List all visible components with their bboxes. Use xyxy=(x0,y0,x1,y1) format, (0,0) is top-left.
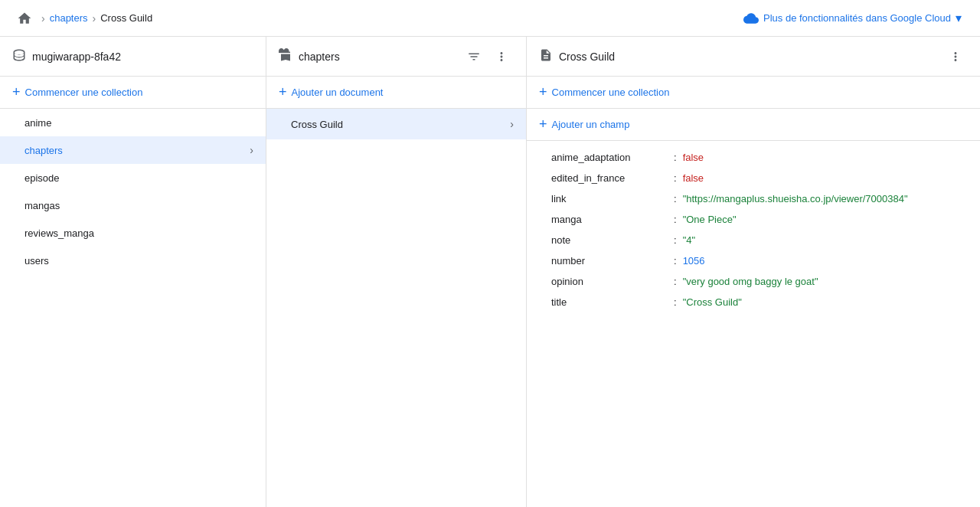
field-key-edited-in-france: edited_in_france xyxy=(551,172,674,184)
field-row-anime-adaptation: anime_adaptation : false xyxy=(527,147,980,168)
field-colon-5: : xyxy=(674,255,677,267)
field-colon-1: : xyxy=(674,172,677,184)
field-row-link: link : "https://mangaplus.shueisha.co.jp… xyxy=(527,188,980,209)
field-row-number: number : 1056 xyxy=(527,250,980,271)
left-panel-title: mugiwarapp-8fa42 xyxy=(32,51,253,63)
sidebar-item-anime[interactable]: anime xyxy=(0,109,266,136)
document-icon xyxy=(539,48,553,65)
field-key-note: note xyxy=(551,234,674,246)
field-value-manga: "One Piece" xyxy=(683,214,737,225)
chevron-down-icon: ▾ xyxy=(956,11,962,25)
field-row-title: title : "Cross Guild" xyxy=(527,292,980,312)
more-options-button[interactable] xyxy=(489,44,514,69)
collection-icon xyxy=(279,48,292,65)
field-key-manga: manga xyxy=(551,214,674,225)
add-field-button[interactable]: + Ajouter un champ xyxy=(527,109,980,141)
add-collection-button[interactable]: + Commencer une collection xyxy=(0,77,266,109)
left-panel: mugiwarapp-8fa42 + Commencer une collect… xyxy=(0,37,266,507)
middle-panel-actions xyxy=(462,44,514,69)
sidebar-item-users[interactable]: users xyxy=(0,247,266,274)
fields-list: anime_adaptation : false edited_in_franc… xyxy=(527,141,980,507)
breadcrumb-chapters[interactable]: chapters xyxy=(50,12,88,24)
cloud-icon xyxy=(743,11,759,26)
field-value-note: "4" xyxy=(683,234,695,246)
plus-icon-doc: + xyxy=(279,84,287,100)
sidebar-item-chapters[interactable]: chapters › xyxy=(0,136,266,164)
right-panel-actions xyxy=(943,44,968,69)
right-panel-more-button[interactable] xyxy=(943,44,968,69)
main-layout: mugiwarapp-8fa42 + Commencer une collect… xyxy=(0,37,980,507)
field-key-link: link xyxy=(551,193,674,204)
field-colon-2: : xyxy=(674,193,677,204)
field-value-title: "Cross Guild" xyxy=(683,296,742,308)
breadcrumb-separator-1: › xyxy=(41,12,45,25)
nav-list: anime chapters › episode mangas reviews_… xyxy=(0,109,266,507)
add-document-button[interactable]: + Ajouter un document xyxy=(266,77,526,109)
field-row-note: note : "4" xyxy=(527,230,980,250)
plus-icon-field: + xyxy=(539,116,547,132)
more-vert-icon-right xyxy=(949,50,962,64)
home-button[interactable] xyxy=(12,6,37,31)
sidebar-item-reviews-manga[interactable]: reviews_manga xyxy=(0,219,266,247)
sidebar-item-mangas[interactable]: mangas xyxy=(0,191,266,219)
database-icon xyxy=(12,48,26,65)
sidebar-item-episode[interactable]: episode xyxy=(0,164,266,191)
cloud-features-button[interactable]: Plus de fonctionnalités dans Google Clou… xyxy=(737,8,968,29)
top-bar-right: Plus de fonctionnalités dans Google Clou… xyxy=(737,8,968,29)
right-add-collection-label: Commencer une collection xyxy=(552,87,670,98)
field-row-edited-in-france: edited_in_france : false xyxy=(527,168,980,188)
field-key-title: title xyxy=(551,296,674,308)
doc-chevron-icon: › xyxy=(510,118,514,130)
field-value-anime-adaptation: false xyxy=(683,152,704,163)
field-row-manga: manga : "One Piece" xyxy=(527,209,980,230)
top-bar: › chapters › Cross Guild Plus de fonctio… xyxy=(0,0,980,37)
plus-icon: + xyxy=(12,84,21,100)
field-key-number: number xyxy=(551,255,674,267)
add-document-label: Ajouter un document xyxy=(292,87,384,98)
field-value-edited-in-france: false xyxy=(683,172,704,184)
breadcrumb-cross-guild: Cross Guild xyxy=(100,12,152,24)
left-panel-header: mugiwarapp-8fa42 xyxy=(0,37,266,77)
doc-item-cross-guild[interactable]: Cross Guild › xyxy=(266,109,526,139)
field-value-link: "https://mangaplus.shueisha.co.jp/viewer… xyxy=(683,193,908,204)
right-panel-title: Cross Guild xyxy=(559,51,937,63)
field-colon-7: : xyxy=(674,296,677,308)
field-row-opinion: opinion : "very good omg baggy le goat" xyxy=(527,271,980,292)
plus-icon-col-right: + xyxy=(539,84,547,100)
more-vert-icon xyxy=(495,50,508,64)
field-key-opinion: opinion xyxy=(551,276,674,287)
middle-panel: chapters + Ajouter un document xyxy=(266,37,527,507)
field-colon-0: : xyxy=(674,152,677,163)
field-value-number: 1056 xyxy=(683,255,705,267)
filter-button[interactable] xyxy=(462,44,486,69)
chevron-right-icon: › xyxy=(250,144,253,156)
cloud-btn-label: Plus de fonctionnalités dans Google Clou… xyxy=(763,12,951,24)
right-panel-header: Cross Guild xyxy=(527,37,980,77)
add-collection-label: Commencer une collection xyxy=(25,87,143,98)
field-colon-3: : xyxy=(674,214,677,225)
field-colon-4: : xyxy=(674,234,677,246)
field-key-anime-adaptation: anime_adaptation xyxy=(551,152,674,163)
middle-panel-title: chapters xyxy=(299,51,456,63)
breadcrumb-separator-2: › xyxy=(93,12,96,25)
field-colon-6: : xyxy=(674,276,677,287)
right-add-collection-button[interactable]: + Commencer une collection xyxy=(527,77,980,109)
document-list: Cross Guild › xyxy=(266,109,526,507)
add-field-label: Ajouter un champ xyxy=(552,119,630,130)
filter-icon xyxy=(467,50,481,64)
middle-panel-header: chapters xyxy=(266,37,526,77)
right-panel: Cross Guild + Commencer une collection +… xyxy=(527,37,980,507)
breadcrumb-area: › chapters › Cross Guild xyxy=(12,6,737,31)
field-value-opinion: "very good omg baggy le goat" xyxy=(683,276,818,287)
